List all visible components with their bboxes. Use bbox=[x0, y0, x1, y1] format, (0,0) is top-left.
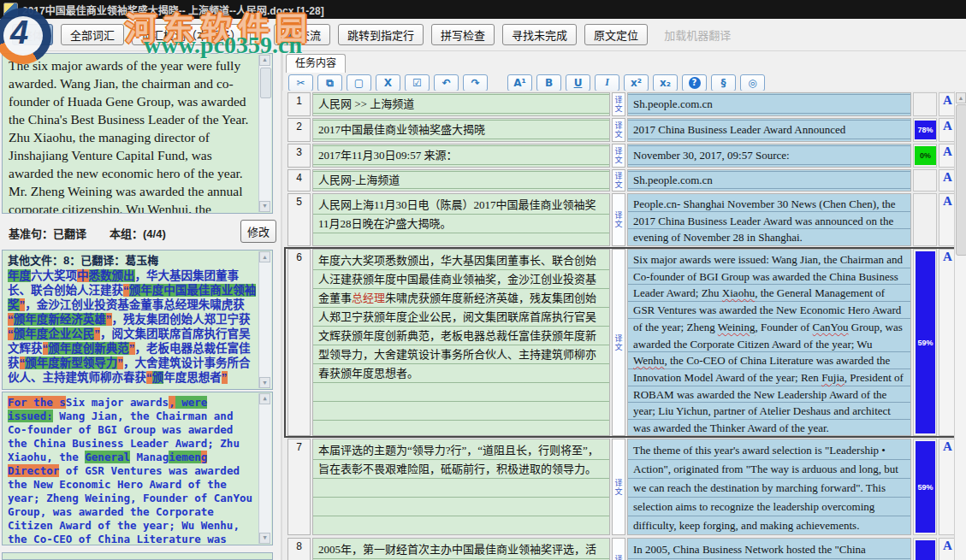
row-number[interactable]: 3 bbox=[287, 144, 311, 168]
all-vocabulary-button[interactable]: 全部词汇 bbox=[61, 24, 124, 45]
checkbox-icon[interactable]: ☑ bbox=[405, 74, 430, 91]
underline-icon[interactable]: U bbox=[566, 74, 590, 91]
section-icon[interactable]: § bbox=[711, 74, 736, 91]
match-badge-cell: 78% bbox=[913, 118, 937, 142]
app-icon bbox=[3, 3, 18, 17]
diff-translation-text: For the sSix major awards, were issued: … bbox=[8, 396, 252, 545]
target-cell[interactable]: Sh.people.com.cn bbox=[627, 92, 911, 116]
source-cell[interactable]: 2005年，第一财经首次主办中国最佳商业领袖奖评选，活动旨在认 bbox=[312, 538, 610, 560]
target-marker: 译文 bbox=[612, 144, 625, 168]
row-number[interactable]: 1 bbox=[287, 92, 311, 116]
target-cell[interactable]: The theme of this year's award selection… bbox=[627, 439, 911, 535]
table-row: 8 2005年，第一财经首次主办中国最佳商业领袖奖评选，活动旨在认 译文 In … bbox=[286, 538, 957, 560]
segment-table: 1 人民网 >> 上海频道 译文 Sh.people.com.cn A 2 20… bbox=[282, 91, 966, 560]
match-status-bar: 基准句：已翻译 本组：(4/4) 修改 bbox=[0, 215, 282, 248]
target-cell[interactable]: November 30, 2017, 09:57 Source: bbox=[627, 144, 911, 168]
subscript-icon[interactable]: x₂ bbox=[653, 74, 678, 91]
row-number[interactable]: 2 bbox=[287, 118, 311, 142]
modify-button[interactable]: 修改 bbox=[240, 220, 276, 243]
target-cell[interactable]: People.cn- Shanghai November 30 News (Ch… bbox=[627, 193, 911, 246]
row-number[interactable]: 6 bbox=[287, 249, 311, 436]
exchange-button[interactable]: 交流 bbox=[274, 24, 330, 45]
scroll-up-icon[interactable]: ▲ bbox=[259, 55, 270, 66]
source-cell[interactable]: 2017年11月30日09:57 来源： bbox=[312, 144, 610, 168]
cut-icon[interactable]: ✂ bbox=[288, 74, 313, 91]
table-row: 1 人民网 >> 上海频道 译文 Sh.people.com.cn A bbox=[286, 92, 957, 116]
diff-panel-scrollbar[interactable]: ▲ ▼ bbox=[258, 393, 271, 544]
vocabulary-check-button[interactable]: 词汇检测（本任务） bbox=[132, 24, 251, 45]
scroll-up-icon[interactable]: ▲ bbox=[259, 251, 270, 262]
scroll-up-icon[interactable]: ▲ bbox=[956, 92, 966, 103]
main-toolbar: 整体 全部词汇 词汇检测（本任务） 交流 跳转到指定行 拼写检查 寻找未完成 原… bbox=[0, 19, 966, 51]
jump-to-line-button[interactable]: 跳转到指定行 bbox=[338, 24, 424, 45]
row-number[interactable]: 5 bbox=[287, 193, 311, 246]
load-machine-translation-button: 加载机器翻译 bbox=[655, 24, 739, 45]
scroll-up-icon[interactable]: ▲ bbox=[259, 393, 270, 404]
other-file-scrollbar[interactable]: ▲ ▼ bbox=[258, 251, 271, 388]
help-icon[interactable]: ? bbox=[682, 74, 707, 91]
match-badge-cell bbox=[913, 169, 937, 192]
target-marker: 译文 bbox=[612, 193, 625, 246]
copy-icon[interactable]: ⧉ bbox=[317, 74, 342, 91]
row-number[interactable]: 7 bbox=[287, 439, 311, 535]
match-badge-cell bbox=[913, 538, 937, 560]
source-cell[interactable]: 人民网 >> 上海频道 bbox=[312, 92, 610, 116]
source-cell[interactable]: 人民网上海11月30日电（陈晨）2017中国最佳商业领袖奖11月28日晚在沪盛大… bbox=[312, 193, 610, 246]
tab-task-content[interactable]: 任务内容 bbox=[286, 54, 346, 73]
overall-button[interactable]: 整体 bbox=[12, 24, 53, 45]
spell-check-button[interactable]: 拼写检查 bbox=[431, 24, 495, 45]
editor-toolbar: ✂ ⧉ ▢ X ☑ ↶ ↷ A¹ B U I x² x₂ ? § ◎ bbox=[283, 73, 966, 92]
base-sentence-status: 基准句：已翻译 bbox=[9, 225, 86, 241]
reference-translation-text: The six major awards of the year were fu… bbox=[9, 58, 248, 214]
scroll-down-icon[interactable]: ▼ bbox=[259, 201, 270, 212]
title-bar: 2017中国最佳商业领袖奖盛大揭晓-- 上海频道--人民网.docx [1-28… bbox=[0, 0, 966, 19]
redo-icon[interactable]: ↷ bbox=[463, 74, 488, 91]
target-cell[interactable]: 2017 China Business Leader Award Announc… bbox=[627, 118, 911, 142]
match-percentage-bar bbox=[916, 540, 935, 560]
source-cell[interactable]: 人民网-上海频道 bbox=[312, 169, 610, 192]
superscript-icon[interactable]: x² bbox=[624, 74, 649, 91]
thumbs-up-icon bbox=[283, 29, 295, 41]
delete-icon[interactable]: X bbox=[376, 74, 400, 91]
next-panel-edge bbox=[2, 552, 273, 560]
other-file-header: 其他文件：8：已翻译：葛玉梅 bbox=[8, 252, 257, 268]
target-cell[interactable]: Six major awards were issued: Wang Jian,… bbox=[627, 249, 911, 436]
font-size-icon[interactable]: A¹ bbox=[507, 74, 532, 91]
source-cell[interactable]: 本届评选的主题为“领导力?行”，“道阻且长，行则将至”，旨在表彰不畏艰难险阻，砥… bbox=[312, 439, 610, 535]
target-marker: 译文 bbox=[612, 92, 625, 116]
locate-pin-icon[interactable]: ◎ bbox=[740, 74, 765, 91]
row-number[interactable]: 4 bbox=[287, 169, 311, 192]
reference-scrollbar[interactable]: ▲ ▼ bbox=[258, 55, 271, 212]
source-locate-button[interactable]: 原文定位 bbox=[584, 24, 648, 45]
target-marker: 译文 bbox=[612, 118, 625, 142]
match-percentage-badge: 0% bbox=[915, 146, 936, 165]
other-file-match-panel[interactable]: 其他文件：8：已翻译：葛玉梅 年度六大奖项中悉数颁出，华大基因集团董事长、联合创… bbox=[2, 250, 273, 390]
source-cell[interactable]: 2017中国最佳商业领袖奖盛大揭晓 bbox=[312, 118, 610, 142]
reference-translation-textarea[interactable]: The six major awards of the year were fu… bbox=[2, 53, 273, 214]
match-percentage-badge: 78% bbox=[915, 121, 936, 139]
scroll-down-icon[interactable]: ▼ bbox=[259, 533, 270, 544]
source-cell[interactable]: 年度六大奖项悉数颁出，华大基因集团董事长、联合创始人汪建获颁年度中国最佳商业领袖… bbox=[312, 249, 610, 436]
group-counter: 本组：(4/4) bbox=[110, 225, 166, 241]
target-cell[interactable]: In 2005, China Business Network hosted t… bbox=[627, 538, 911, 560]
other-file-chinese-text: 年度六大奖项中悉数颁出，华大基因集团董事长、联合创始人汪建获“颁年度中国最佳商业… bbox=[8, 268, 257, 385]
match-percentage-bar: 59% bbox=[916, 441, 935, 533]
table-row: 5 人民网上海11月30日电（陈晨）2017中国最佳商业领袖奖11月28日晚在沪… bbox=[286, 193, 957, 246]
italic-icon[interactable]: I bbox=[595, 74, 619, 91]
target-marker: 译文 bbox=[612, 439, 625, 535]
table-row-selected: 6 年度六大奖项悉数颁出，华大基因集团董事长、联合创始人汪建获颁年度中国最佳商业… bbox=[286, 249, 957, 436]
bold-icon[interactable]: B bbox=[536, 74, 561, 91]
undo-icon[interactable]: ↶ bbox=[434, 74, 459, 91]
target-marker: 译文 bbox=[612, 169, 625, 192]
target-cell[interactable]: Sh.people.com.cn bbox=[627, 169, 911, 192]
target-marker: 译文 bbox=[612, 538, 625, 560]
find-unfinished-button[interactable]: 寻找未完成 bbox=[502, 24, 577, 45]
match-percentage-bar: 59% bbox=[916, 251, 935, 433]
paste-icon[interactable]: ▢ bbox=[347, 74, 371, 91]
table-row: 4 人民网-上海频道 译文 Sh.people.com.cn A bbox=[286, 169, 957, 192]
row-number[interactable]: 8 bbox=[287, 538, 311, 560]
diff-translation-panel[interactable]: For the sSix major awards, were issued: … bbox=[2, 392, 273, 545]
scroll-down-icon[interactable]: ▼ bbox=[259, 377, 270, 388]
table-scrollbar[interactable]: ▲ bbox=[954, 91, 966, 560]
match-badge-cell bbox=[913, 92, 937, 116]
